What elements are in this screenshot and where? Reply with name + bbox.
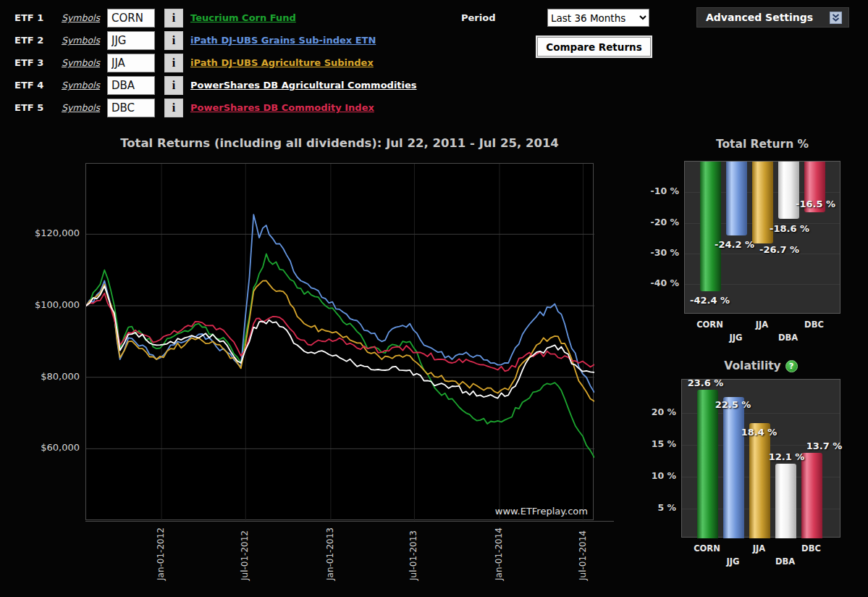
- info-button[interactable]: i: [164, 31, 183, 50]
- etf-number-label: ETF 3: [14, 54, 43, 72]
- bar-value-label: -16.5 %: [790, 199, 842, 209]
- symbols-link[interactable]: Symbols: [62, 99, 100, 117]
- bar-value-label: -42.4 %: [684, 295, 736, 306]
- bar-category-label: JJG: [710, 556, 757, 567]
- etf-number-label: ETF 4: [14, 76, 43, 95]
- info-button[interactable]: i: [164, 54, 183, 72]
- symbols-link[interactable]: Symbols: [62, 54, 100, 72]
- bar-category-label: DBA: [762, 556, 809, 567]
- x-tick-label: Jul-01-2014: [578, 530, 589, 580]
- ticker-input[interactable]: [107, 9, 155, 28]
- etf-number-label: ETF 5: [14, 99, 43, 117]
- y-tick-label: -20 %: [634, 217, 679, 227]
- etf-number-label: ETF 1: [14, 9, 43, 28]
- etf-row: ETF 4SymbolsiPowerShares DB Agricultural…: [0, 76, 695, 95]
- y-tick-label: -30 %: [634, 247, 679, 258]
- bar-category-label: DBC: [788, 543, 835, 554]
- period-label: Period: [461, 9, 495, 28]
- fund-name-link[interactable]: Teucrium Corn Fund: [190, 9, 296, 28]
- question-mark-icon[interactable]: ?: [785, 360, 798, 372]
- fund-name-link[interactable]: PowerShares DB Agricultural Commodities: [190, 76, 417, 95]
- info-button[interactable]: i: [164, 99, 183, 117]
- symbols-link[interactable]: Symbols: [62, 31, 100, 50]
- y-tick-label: $80,000: [25, 371, 80, 382]
- bar-category-label: JJG: [713, 333, 759, 343]
- bar-value-label: 13.7 %: [799, 441, 851, 451]
- x-tick-label: Jul-01-2012: [240, 530, 250, 580]
- advanced-settings-label: Advanced Settings: [706, 8, 813, 27]
- bar-value-label: 22.5 %: [707, 399, 759, 410]
- etf-number-label: ETF 2: [14, 31, 43, 50]
- bar-JJA: [749, 423, 770, 538]
- x-tick-label: Jan-01-2013: [325, 527, 336, 580]
- bar-value-label: 18.4 %: [733, 427, 785, 438]
- bar-JJG: [723, 397, 744, 538]
- y-tick-label: $60,000: [25, 442, 80, 453]
- bar-category-label: DBA: [765, 333, 812, 343]
- ticker-input[interactable]: [107, 76, 155, 95]
- period-select[interactable]: Last 36 Months: [547, 9, 649, 27]
- bar-category-label: JJA: [739, 320, 785, 330]
- symbols-link[interactable]: Symbols: [62, 9, 100, 28]
- series-line-JJG: [86, 214, 594, 392]
- total-return-chart-plot: [684, 161, 840, 314]
- info-button[interactable]: i: [164, 76, 183, 95]
- ticker-input[interactable]: [107, 99, 155, 117]
- bar-category-label: JJA: [736, 543, 783, 554]
- bar-category-label: CORN: [687, 320, 733, 330]
- x-tick-label: Jan-01-2014: [494, 527, 505, 580]
- fund-name-link[interactable]: PowerShares DB Commodity Index: [190, 99, 374, 117]
- series-line-JJA: [86, 281, 594, 401]
- bar-value-label: 23.6 %: [680, 377, 732, 388]
- watermark: www.ETFreplay.com: [434, 506, 588, 517]
- info-button[interactable]: i: [164, 9, 183, 28]
- fund-name-link[interactable]: iPath DJ-UBS Grains Sub-index ETN: [190, 31, 376, 50]
- bar-value-label: 12.1 %: [761, 451, 813, 462]
- x-tick-label: Jan-01-2012: [156, 527, 167, 580]
- x-tick-label: Jul-01-2013: [408, 530, 419, 580]
- ticker-input[interactable]: [107, 54, 155, 72]
- bar-CORN: [700, 162, 721, 291]
- y-tick-label: $100,000: [25, 299, 80, 310]
- y-tick-label: 5 %: [631, 502, 676, 513]
- bar-value-label: -26.7 %: [754, 244, 806, 255]
- main-chart-plot: [85, 163, 594, 520]
- series-line-DBC: [86, 293, 594, 372]
- y-tick-label: 10 %: [631, 470, 676, 481]
- fund-name-link[interactable]: iPath DJ-UBS Agriculture Subindex: [190, 54, 374, 72]
- y-tick-label: -10 %: [634, 185, 679, 196]
- bar-JJG: [726, 162, 747, 235]
- y-tick-label: 15 %: [631, 438, 676, 449]
- series-line-DBA: [86, 286, 594, 398]
- x-axis-line: [85, 521, 614, 522]
- bar-category-label: DBC: [791, 320, 838, 330]
- main-chart-title: Total Returns (including all dividends):…: [85, 136, 594, 150]
- double-chevron-down-icon: [830, 12, 842, 24]
- volatility-chart-title: Volatility: [724, 359, 780, 372]
- y-tick-label: 20 %: [631, 406, 676, 417]
- etf-row: ETF 5SymbolsiPowerShares DB Commodity In…: [0, 99, 695, 117]
- volatility-chart-header: Volatility ?: [681, 359, 840, 372]
- bar-value-label: -18.6 %: [764, 223, 816, 234]
- advanced-settings-button[interactable]: Advanced Settings: [696, 7, 849, 28]
- bar-CORN: [697, 390, 718, 538]
- page: ETF 1SymbolsiTeucrium Corn FundETF 2Symb…: [0, 0, 868, 597]
- bar-DBC: [801, 453, 822, 538]
- symbols-link[interactable]: Symbols: [62, 76, 100, 95]
- total-return-chart-title: Total Return %: [684, 138, 840, 151]
- y-tick-label: -40 %: [634, 277, 679, 288]
- bar-category-label: CORN: [684, 543, 730, 554]
- y-tick-label: $120,000: [25, 227, 80, 238]
- bar-DBA: [778, 162, 799, 219]
- ticker-input[interactable]: [107, 31, 155, 50]
- bar-DBA: [775, 464, 796, 538]
- compare-returns-button[interactable]: Compare Returns: [537, 37, 651, 57]
